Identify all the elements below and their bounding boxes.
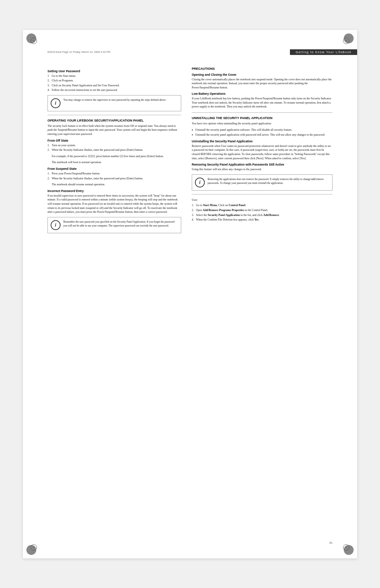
list-item: 2. When the Security Indicator flashes, …	[48, 177, 181, 181]
info-icon-1: i	[51, 98, 61, 108]
page-wrapper: E8210.book Page 21 Friday, March 10, 200…	[0, 0, 380, 588]
from-suspend-heading: From Suspend State	[48, 167, 181, 171]
precautions-heading: PRECAUTIONS	[192, 67, 332, 70]
right-column: PRECAUTIONS Opening and Closing the Cove…	[192, 67, 332, 236]
info-text-1: You may change or remove the supervisor …	[63, 98, 178, 102]
uninstalling-body: You have two options when uninstalling t…	[192, 122, 332, 126]
uninstalling-options: Uninstall the security panel application…	[192, 128, 332, 137]
incorrect-password-body: If an invalid supervisor or user passwor…	[48, 194, 181, 214]
from-off-state-heading: From Off State	[48, 139, 181, 142]
list-item: 2. When the Security Indicator flashes, …	[48, 148, 181, 152]
info-box-2: i Remember the user password you specifi…	[48, 217, 181, 233]
user-label: User:	[192, 198, 332, 202]
from-off-note1: For example, if the password is 22222, p…	[48, 154, 181, 159]
setting-user-password-list: 1 Go to the Start menu. 2. Click on Prog…	[48, 74, 181, 92]
removing-active-body: Using this feature will not allow any ch…	[192, 167, 332, 172]
list-item: Uninstall the security panel application…	[192, 133, 332, 137]
list-item: 3. Click on Security Panel Application a…	[48, 83, 181, 88]
info-box-1: i You may change or remove the superviso…	[48, 95, 181, 111]
list-item: 4. When the Confirm File Deletion box ap…	[192, 218, 332, 222]
divider-1	[48, 115, 181, 115]
info-icon-3: i	[195, 178, 205, 187]
content-area: Setting User Password 1 Go to the Start …	[48, 67, 332, 236]
operating-heading: OPERATING YOUR LIFEBOOK SECURITY/APPLICA…	[48, 119, 181, 122]
list-item: 1. Press your Power/Suspend/Resume butto…	[48, 172, 181, 176]
from-off-note2: The notebook will boot to normal operati…	[48, 160, 181, 165]
uninstalling-heading: UNINSTALLING THE SECURITY PANEL APPLICAT…	[192, 116, 332, 120]
low-battery-body: If your LifeBook notebook has low batter…	[192, 97, 332, 109]
info-text-2: Remember the user password you specified…	[63, 220, 178, 228]
opening-closing-body: Closing the cover automatically places t…	[192, 78, 332, 90]
info-box-3: i Removing the applications does not rem…	[192, 174, 332, 191]
info-icon-2: i	[51, 220, 61, 230]
from-suspend-note: The notebook should resume normal operat…	[48, 182, 181, 187]
uninstalling-sub-body: Remove passwords when User wants no pass…	[192, 144, 332, 160]
list-item: 3. Select the Security Panel Application…	[192, 213, 332, 217]
removing-active-heading: Removing Security Panel Application with…	[192, 163, 332, 166]
header-bar: Getting to Know Your LifeBook	[23, 49, 357, 55]
list-item: 2. Click on Programs.	[48, 79, 181, 83]
header-tab: Getting to Know Your LifeBook	[290, 49, 357, 55]
page-number: 21	[329, 541, 332, 544]
list-item: 2. Open Add/Remove Programs Properties i…	[192, 208, 332, 212]
divider-3	[192, 194, 332, 194]
setting-user-password-heading: Setting User Password	[48, 69, 181, 73]
from-suspend-list: 1. Press your Power/Suspend/Resume butto…	[48, 172, 181, 180]
list-item: Uninstall the security panel application…	[192, 128, 332, 132]
low-battery-heading: Low Battery Operations	[192, 92, 332, 95]
corner-circle-bl	[31, 544, 37, 551]
list-item: 1. Turn on your system.	[48, 143, 181, 148]
corner-circle-tl	[31, 38, 37, 44]
uninstalling-sub-heading: Uninstalling the Security Panel Applicat…	[192, 140, 332, 143]
incorrect-password-heading: Incorrect Password Entry	[48, 189, 181, 193]
user-steps-list: 1. Go to Start Menu, Click on Control Pa…	[192, 203, 332, 222]
from-off-state-list: 1. Turn on your system. 2. When the Secu…	[48, 143, 181, 152]
opening-closing-heading: Opening and Closing the Cover	[192, 73, 332, 76]
list-item: 4. Follow the on-screen instructions to …	[48, 88, 181, 92]
document-page: E8210.book Page 21 Friday, March 10, 200…	[23, 30, 357, 558]
operating-body: The security lock feature is in effect b…	[48, 124, 181, 136]
left-column: Setting User Password 1 Go to the Start …	[48, 67, 181, 236]
divider-2	[192, 112, 332, 113]
info-text-3: Removing the applications does not remov…	[208, 178, 329, 185]
list-item: 1. Go to Start Menu, Click on Control Pa…	[192, 203, 332, 208]
list-item: 1 Go to the Start menu.	[48, 74, 181, 78]
corner-circle-br	[343, 544, 349, 551]
corner-circle-tr	[343, 38, 349, 44]
